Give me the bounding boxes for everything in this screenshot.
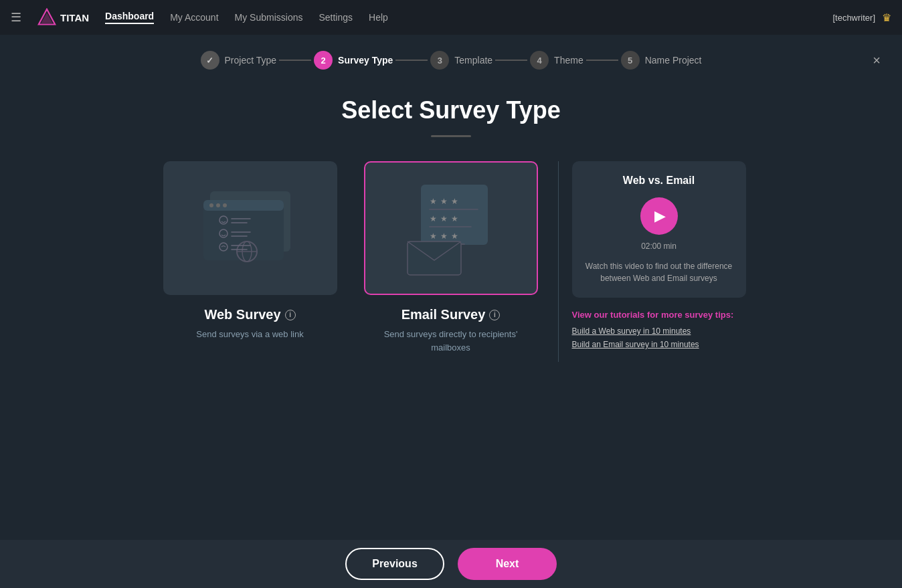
svg-text:★: ★ xyxy=(440,197,448,206)
web-survey-title: Web Survey i xyxy=(204,307,295,322)
svg-rect-4 xyxy=(203,200,284,211)
stepper: ✓ Project Type 2 Survey Type 3 Template … xyxy=(0,35,902,83)
nav-links: Dashboard My Account My Submissions Sett… xyxy=(105,11,388,24)
nav-help[interactable]: Help xyxy=(369,12,388,23)
step-2-circle: 2 xyxy=(314,51,333,70)
email-survey-card[interactable]: ★ ★ ★ ★ ★ ★ ★ ★ ★ Email xyxy=(364,161,538,354)
video-duration: 02:00 min xyxy=(585,241,733,251)
hamburger-icon[interactable]: ☰ xyxy=(11,10,21,25)
logo: TITAN xyxy=(37,8,89,27)
step-1-circle: ✓ xyxy=(201,51,219,70)
svg-text:★: ★ xyxy=(430,214,437,223)
connector-4 xyxy=(586,60,618,61)
logo-text: TITAN xyxy=(60,12,89,23)
web-survey-card[interactable]: Web Survey i Send surveys via a web link xyxy=(163,161,337,341)
svg-text:★: ★ xyxy=(440,231,448,241)
play-icon: ▶ xyxy=(654,207,666,225)
page-title: Select Survey Type xyxy=(341,96,561,124)
connector-2 xyxy=(395,60,428,61)
close-button[interactable]: × xyxy=(867,51,886,70)
email-survey-desc: Send surveys directly to recipients' mai… xyxy=(364,328,538,354)
play-button[interactable]: ▶ xyxy=(640,197,678,235)
tutorial-link-email[interactable]: Build an Email survey in 10 minutes xyxy=(572,340,746,349)
email-survey-title: Email Survey i xyxy=(401,307,501,322)
svg-text:★: ★ xyxy=(451,214,458,223)
step-5-circle: 5 xyxy=(621,51,640,70)
step-name-project: 5 Name Project xyxy=(621,51,702,70)
svg-text:★: ★ xyxy=(430,231,437,241)
web-survey-desc: Send surveys via a web link xyxy=(196,328,303,341)
main-content: Select Survey Type xyxy=(0,83,902,362)
svg-text:★: ★ xyxy=(451,197,458,206)
cards-row: Web Survey i Send surveys via a web link… xyxy=(150,161,753,362)
nav-account[interactable]: My Account xyxy=(170,12,218,23)
video-box: Web vs. Email ▶ 02:00 min Watch this vid… xyxy=(572,161,746,298)
svg-point-6 xyxy=(216,203,220,207)
step-3-circle: 3 xyxy=(430,51,449,70)
step-2-label: Survey Type xyxy=(338,55,393,66)
video-description: Watch this video to find out the differe… xyxy=(585,260,733,284)
next-button[interactable]: Next xyxy=(458,548,557,580)
email-survey-illustration: ★ ★ ★ ★ ★ ★ ★ ★ ★ xyxy=(391,175,511,282)
nav-dashboard[interactable]: Dashboard xyxy=(105,11,154,24)
step-4-label: Theme xyxy=(554,55,583,66)
tutorials-title: View our tutorials for more survey tips: xyxy=(572,310,746,320)
web-survey-image-box[interactable] xyxy=(163,161,337,295)
email-survey-info-icon[interactable]: i xyxy=(489,310,500,320)
username: [techwriter] xyxy=(832,13,875,23)
crown-icon: ♛ xyxy=(882,11,891,24)
connector-3 xyxy=(495,60,527,61)
svg-text:★: ★ xyxy=(451,231,458,241)
connector-1 xyxy=(279,60,311,61)
web-survey-illustration xyxy=(190,175,310,282)
step-3-label: Template xyxy=(454,55,492,66)
web-survey-info-icon[interactable]: i xyxy=(285,310,296,320)
step-project-type: ✓ Project Type xyxy=(201,51,277,70)
title-divider xyxy=(431,135,471,137)
logo-icon xyxy=(37,8,56,27)
nav-submissions[interactable]: My Submissions xyxy=(235,12,303,23)
tutorial-link-web[interactable]: Build a Web survey in 10 minutes xyxy=(572,326,746,336)
navbar: ☰ TITAN Dashboard My Account My Submissi… xyxy=(0,0,902,35)
step-survey-type: 2 Survey Type xyxy=(314,51,393,70)
nav-settings[interactable]: Settings xyxy=(319,12,353,23)
vertical-divider xyxy=(558,161,559,362)
svg-point-7 xyxy=(223,203,227,207)
svg-text:★: ★ xyxy=(440,214,448,223)
previous-button[interactable]: Previous xyxy=(345,548,444,580)
step-template: 3 Template xyxy=(430,51,492,70)
step-1-label: Project Type xyxy=(225,55,277,66)
email-survey-image-box[interactable]: ★ ★ ★ ★ ★ ★ ★ ★ ★ xyxy=(364,161,538,295)
step-theme: 4 Theme xyxy=(530,51,583,70)
footer: Previous Next xyxy=(0,540,902,588)
step-4-circle: 4 xyxy=(530,51,549,70)
video-title: Web vs. Email xyxy=(585,175,733,187)
step-5-label: Name Project xyxy=(645,55,702,66)
svg-text:★: ★ xyxy=(430,197,437,206)
nav-user: [techwriter] ♛ xyxy=(832,11,891,24)
svg-point-5 xyxy=(209,203,213,207)
info-panel: Web vs. Email ▶ 02:00 min Watch this vid… xyxy=(572,161,746,353)
